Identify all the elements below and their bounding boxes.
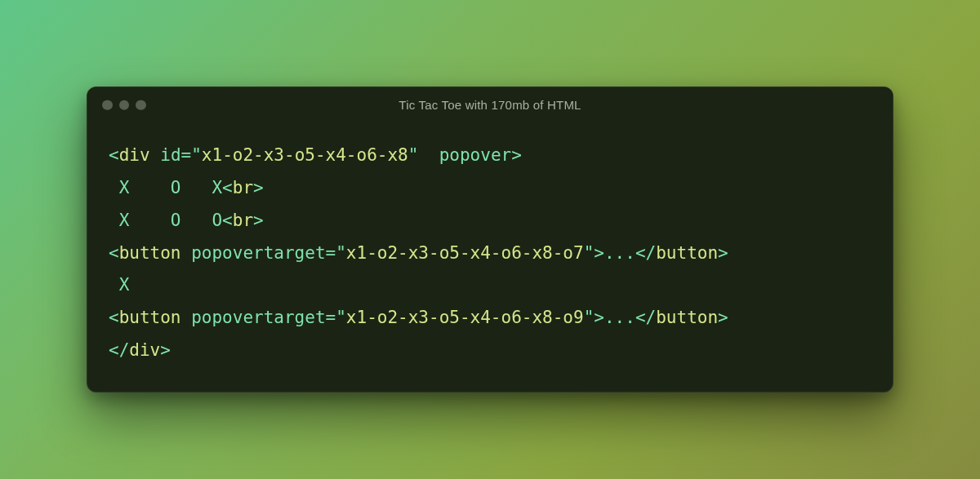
punct: >: [594, 308, 604, 327]
punct: </: [109, 340, 129, 360]
text-content: X O X: [109, 178, 222, 197]
text-content: ...: [604, 243, 635, 263]
punct: <: [109, 243, 119, 263]
tag-name: button: [119, 243, 181, 263]
space: [418, 145, 439, 165]
code-block: <div id="x1-o2-x3-o5-x4-o6-x8" popover> …: [87, 123, 893, 392]
punct: >: [594, 243, 604, 263]
code-line: X O X<br>: [109, 178, 264, 197]
code-line: X: [109, 275, 129, 295]
space: [150, 145, 161, 165]
punct: >: [718, 243, 728, 263]
code-line: <button popovertarget="x1-o2-x3-o5-x4-o6…: [109, 308, 728, 327]
attr-value: x1-o2-x3-o5-x4-o6-x8-o7: [346, 243, 584, 263]
attr-value: x1-o2-x3-o5-x4-o6-x8: [202, 145, 408, 165]
punct: >: [718, 308, 728, 327]
text-content: ...: [604, 308, 635, 327]
quote: ": [191, 145, 202, 165]
punct: >: [253, 211, 264, 230]
text-content: X O O: [109, 211, 222, 230]
window-titlebar: Tic Tac Toe with 170mb of HTML: [87, 87, 893, 123]
window-title: Tic Tac Toe with 170mb of HTML: [399, 98, 581, 112]
attr-name: popover: [439, 145, 512, 165]
punct: <: [109, 145, 119, 165]
punct: <: [109, 308, 119, 327]
maximize-icon[interactable]: [136, 100, 146, 111]
tag-name: button: [119, 308, 181, 327]
space: [181, 308, 192, 327]
quote: ": [408, 145, 419, 165]
tag-name: div: [129, 340, 160, 360]
punct: <: [222, 178, 233, 197]
tag-name: button: [656, 308, 718, 327]
punct: >: [253, 178, 264, 197]
code-line: X O O<br>: [109, 211, 264, 230]
code-line: <button popovertarget="x1-o2-x3-o5-x4-o6…: [109, 243, 728, 263]
text-content: X: [109, 275, 129, 295]
equals: =: [181, 145, 192, 165]
tag-name: button: [656, 243, 718, 263]
quote: ": [584, 243, 595, 263]
quote: ": [584, 308, 595, 327]
space: [181, 243, 192, 263]
tag-name: div: [119, 145, 150, 165]
attr-name: popovertarget: [191, 243, 325, 263]
tag-name: br: [233, 211, 253, 230]
punct: <: [222, 211, 233, 230]
punct: >: [511, 145, 522, 165]
attr-value: x1-o2-x3-o5-x4-o6-x8-o9: [346, 308, 584, 327]
code-window: Tic Tac Toe with 170mb of HTML <div id="…: [87, 86, 893, 393]
minimize-icon[interactable]: [119, 100, 130, 111]
code-line: </div>: [109, 340, 171, 360]
quote: ": [336, 308, 346, 327]
quote: ": [336, 243, 346, 263]
punct: </: [635, 243, 656, 263]
punct: >: [160, 340, 171, 360]
tag-name: br: [233, 178, 253, 197]
punct: </: [635, 308, 656, 327]
attr-name: id: [160, 145, 180, 165]
close-icon[interactable]: [102, 100, 113, 111]
attr-name: popovertarget: [191, 308, 325, 327]
equals: =: [326, 308, 336, 327]
code-line: <div id="x1-o2-x3-o5-x4-o6-x8" popover>: [109, 145, 522, 165]
traffic-lights: [102, 100, 146, 111]
equals: =: [326, 243, 336, 263]
